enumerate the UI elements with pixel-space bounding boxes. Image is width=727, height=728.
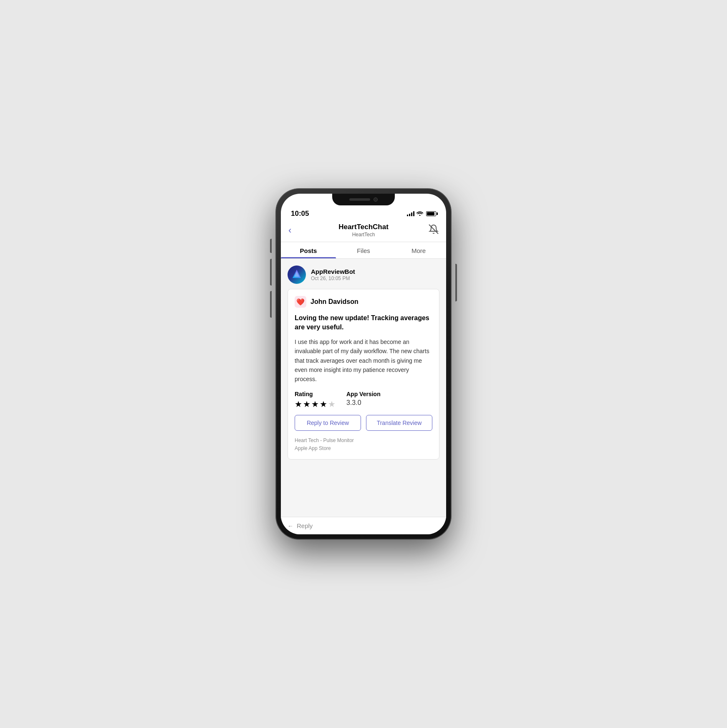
review-username: John Davidson [310, 298, 358, 306]
version-col: App Version 3.3.0 [346, 391, 381, 409]
reply-bar[interactable]: ← Reply [281, 517, 446, 534]
app-version-label: App Version [346, 391, 381, 397]
side-button-volume-down [270, 291, 272, 318]
signal-icon [407, 211, 414, 216]
svg-line-0 [429, 225, 438, 234]
front-camera [374, 197, 378, 202]
side-button-power [455, 264, 457, 301]
channel-title: HeartTechChat [302, 223, 425, 231]
phone-frame: 10:05 ‹ Hear [276, 189, 451, 539]
app-version-value: 3.3.0 [346, 399, 381, 407]
tab-bar: Posts Files More [281, 242, 446, 259]
phone-screen: 10:05 ‹ Hear [281, 194, 446, 534]
review-card: ❤️ John Davidson Loving the new update! … [288, 289, 439, 460]
rating-col: Rating ★★★★★ [295, 391, 336, 409]
tab-posts[interactable]: Posts [281, 242, 336, 258]
author-name: AppReviewBot [311, 268, 355, 275]
side-button-mute [270, 239, 272, 253]
reply-to-review-button[interactable]: Reply to Review [295, 415, 361, 431]
review-source: Heart Tech - Pulse Monitor Apple App Sto… [295, 437, 432, 452]
heart-icon: ❤️ [295, 296, 306, 308]
status-icons [407, 211, 436, 217]
review-meta: Rating ★★★★★ App Version 3.3.0 [295, 391, 432, 409]
speaker [349, 198, 370, 201]
reply-arrow-icon: ← [288, 523, 293, 529]
translate-review-button[interactable]: Translate Review [366, 415, 432, 431]
reply-label: Reply [297, 522, 313, 529]
author-info: AppReviewBot Oct 26, 10:05 PM [311, 268, 355, 281]
posts-content: AppReviewBot Oct 26, 10:05 PM ❤️ John Da… [281, 259, 446, 517]
avatar [288, 265, 306, 284]
side-button-volume-up [270, 259, 272, 286]
header-title-area: HeartTechChat HeartTech [302, 223, 425, 238]
review-user-row: ❤️ John Davidson [295, 296, 432, 308]
rating-label: Rating [295, 391, 336, 397]
author-time: Oct 26, 10:05 PM [311, 276, 355, 281]
stars-display: ★★★★★ [295, 399, 336, 409]
battery-icon [426, 211, 436, 216]
post-author-row: AppReviewBot Oct 26, 10:05 PM [288, 265, 439, 284]
status-bar: 10:05 [281, 205, 446, 220]
review-body: I use this app for work and it has becom… [295, 337, 432, 384]
review-title: Loving the new update! Tracking averages… [295, 313, 432, 332]
back-button[interactable]: ‹ [288, 225, 302, 236]
status-time: 10:05 [291, 210, 309, 218]
review-actions: Reply to Review Translate Review [295, 415, 432, 431]
channel-subtitle: HeartTech [302, 232, 425, 238]
notch [332, 194, 395, 205]
tab-files[interactable]: Files [336, 242, 391, 258]
tab-more[interactable]: More [391, 242, 446, 258]
mute-button[interactable] [425, 224, 439, 237]
wifi-icon [417, 211, 423, 217]
navigation-header: ‹ HeartTechChat HeartTech [281, 220, 446, 242]
